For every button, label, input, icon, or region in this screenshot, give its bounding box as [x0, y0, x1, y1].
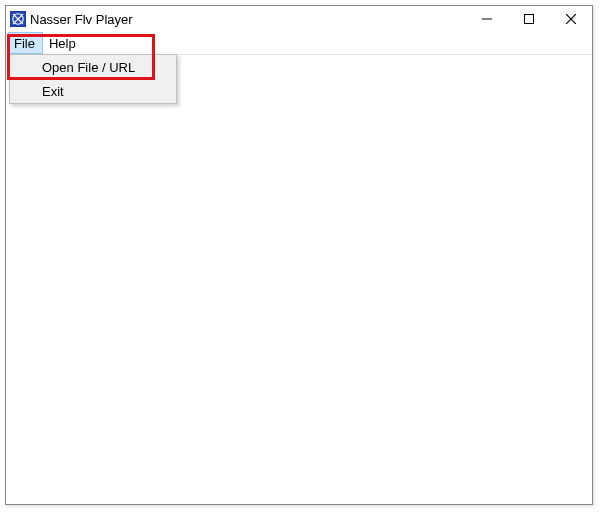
maximize-button[interactable] [508, 6, 550, 32]
content-area [6, 54, 592, 504]
window-controls [466, 6, 592, 32]
app-window: Nasser Flv Player File [5, 5, 593, 505]
menu-item-open-file[interactable]: Open File / URL [10, 55, 176, 79]
app-icon [10, 11, 26, 27]
minimize-button[interactable] [466, 6, 508, 32]
svg-rect-5 [525, 15, 534, 24]
menubar: File Help [6, 32, 592, 54]
menu-item-exit[interactable]: Exit [10, 79, 176, 103]
menu-item-open-file-label: Open File / URL [42, 60, 135, 75]
file-dropdown: Open File / URL Exit [9, 54, 177, 104]
menu-file[interactable]: File [8, 32, 43, 54]
menu-help[interactable]: Help [43, 32, 84, 54]
window-title: Nasser Flv Player [30, 12, 133, 27]
close-button[interactable] [550, 6, 592, 32]
titlebar: Nasser Flv Player [6, 6, 592, 32]
menu-help-label: Help [49, 36, 76, 51]
menu-file-label: File [14, 36, 35, 51]
menu-item-exit-label: Exit [42, 84, 64, 99]
